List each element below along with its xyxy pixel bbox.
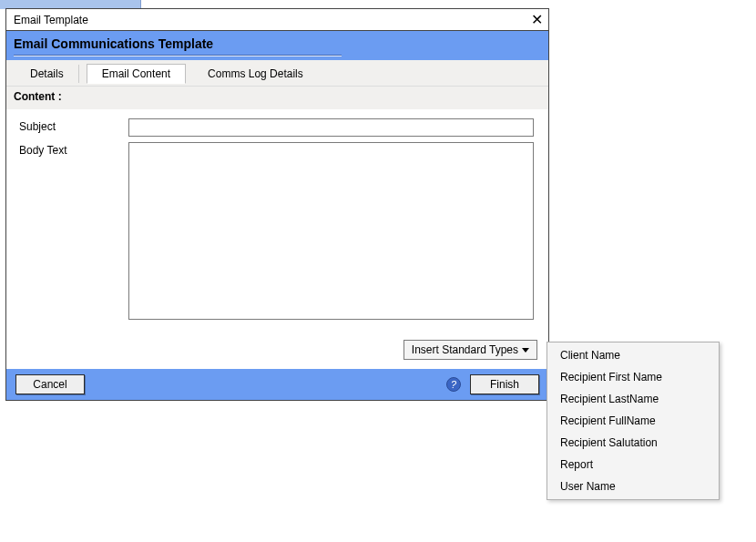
tab-comms-log-details[interactable]: Comms Log Details bbox=[193, 65, 318, 83]
banner: Email Communications Template bbox=[6, 31, 548, 60]
menu-item-report[interactable]: Report bbox=[547, 454, 719, 476]
email-template-window: Email Template ✕ Email Communications Te… bbox=[5, 8, 549, 401]
tab-details[interactable]: Details bbox=[15, 65, 79, 83]
menu-item-recipient-last-name[interactable]: Recipient LastName bbox=[547, 388, 719, 410]
caret-down-icon bbox=[522, 348, 529, 353]
body-text-input[interactable] bbox=[128, 142, 534, 320]
subject-input[interactable] bbox=[128, 118, 534, 137]
titlebar: Email Template ✕ bbox=[6, 9, 548, 31]
menu-item-client-name[interactable]: Client Name bbox=[547, 344, 719, 366]
window-title: Email Template bbox=[14, 14, 88, 26]
tab-label: Comms Log Details bbox=[208, 67, 303, 80]
body-text-label: Body Text bbox=[19, 142, 128, 157]
help-icon[interactable]: ? bbox=[446, 377, 461, 392]
footer-bar: Cancel ? Finish bbox=[6, 369, 548, 400]
menu-item-recipient-first-name[interactable]: Recipient First Name bbox=[547, 366, 719, 388]
tabs-row: Details Email Content Comms Log Details bbox=[6, 60, 548, 87]
tab-label: Email Content bbox=[102, 67, 170, 80]
menu-item-recipient-salutation[interactable]: Recipient Salutation bbox=[547, 432, 719, 454]
banner-title: Email Communications Template bbox=[14, 36, 213, 51]
content-section-label: Content : bbox=[6, 87, 548, 109]
insert-standard-types-menu: Client Name Recipient First Name Recipie… bbox=[547, 342, 720, 500]
tab-email-content[interactable]: Email Content bbox=[87, 64, 186, 84]
close-icon[interactable]: ✕ bbox=[531, 13, 543, 27]
subject-label: Subject bbox=[19, 118, 128, 133]
menu-item-recipient-full-name[interactable]: Recipient FullName bbox=[547, 410, 719, 432]
insert-button-label: Insert Standard Types bbox=[412, 343, 518, 356]
tab-label: Details bbox=[30, 67, 64, 80]
form-area: Subject Body Text bbox=[6, 109, 548, 334]
body-row: Body Text bbox=[19, 142, 536, 320]
finish-button[interactable]: Finish bbox=[470, 374, 539, 394]
cancel-button[interactable]: Cancel bbox=[15, 374, 85, 394]
insert-row: Insert Standard Types bbox=[6, 334, 548, 369]
banner-underline bbox=[14, 55, 342, 56]
subject-row: Subject bbox=[19, 118, 536, 137]
menu-item-user-name[interactable]: User Name bbox=[547, 476, 719, 497]
insert-standard-types-button[interactable]: Insert Standard Types bbox=[404, 340, 537, 360]
